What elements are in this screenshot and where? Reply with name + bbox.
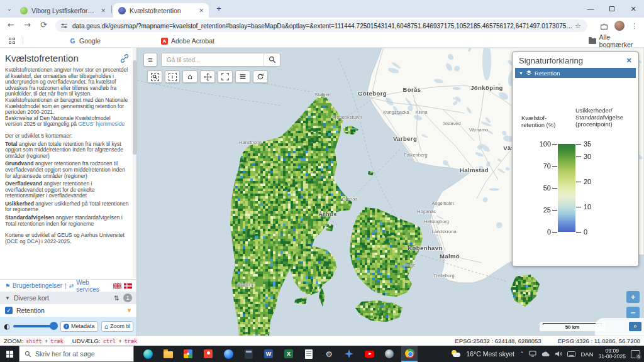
legend-layer-row[interactable]: ▼ Retention (515, 68, 636, 78)
slider-thumb[interactable] (50, 322, 58, 330)
bookmark-adobe-acrobat[interactable]: A Adobe Acrobat (161, 36, 214, 46)
map-theme-description: Total angiver den totale retention fra m… (5, 141, 129, 160)
language-indicator[interactable]: DAN (580, 351, 593, 358)
taskbar-search-box[interactable]: Skriv her for at søge (19, 346, 134, 362)
extensions-icon[interactable] (600, 22, 608, 30)
layer-group-header[interactable]: ▼ Diverse kort ⇅ 1 (0, 292, 137, 304)
reload-icon[interactable]: ⟳ (40, 20, 47, 30)
notification-count-badge: 6 (636, 354, 641, 359)
bookmark-star-icon[interactable]: ☆ (575, 22, 582, 30)
browser-tab-inactive[interactable]: Viborg Lystfiskerforening ✕ (15, 3, 111, 18)
geusmap-app: Kvælstofretention Kvælstofretentionen an… (0, 48, 644, 336)
system-tray: 16°C Mest skyet ⌃ DAN 09:09 31-08-2025 6 (451, 346, 644, 362)
all-bookmarks-label: Alle bogmærker (599, 33, 644, 48)
weather-text[interactable]: 16°C Mest skyet (466, 350, 514, 358)
sort-icon[interactable]: ⇅ (114, 294, 119, 302)
menu-toggle-button[interactable]: ≡ (143, 53, 157, 67)
legend-tick-mark (576, 144, 581, 145)
uk-flag-icon[interactable] (113, 283, 121, 289)
pan-tool-button[interactable] (200, 70, 215, 83)
minimize-button[interactable]: — (580, 0, 601, 18)
map-viewport[interactable]: SkagenFrederikshavnHanstholmGöteborgBorå… (137, 48, 644, 336)
taskbar-notepad-icon[interactable] (301, 346, 317, 362)
legend-tick-mark (576, 207, 581, 207)
terms-link[interactable]: Brugerbetingelser (13, 282, 62, 289)
legend-close-icon[interactable]: ✕ (626, 57, 632, 65)
google-favicon: G (69, 38, 76, 45)
apps-grid-icon[interactable] (9, 38, 15, 44)
tray-volume-icon[interactable] (555, 351, 562, 357)
legend-tick-mark (552, 166, 557, 167)
taskbar-google-earth-icon[interactable] (220, 346, 236, 362)
opacity-slider[interactable] (13, 325, 54, 327)
fullscreen-button[interactable] (218, 70, 233, 83)
permalink-icon[interactable] (120, 54, 129, 63)
layer-list-button[interactable] (235, 70, 250, 83)
tab-close-icon[interactable]: ✕ (101, 8, 106, 14)
taskbar-globe-app-icon[interactable] (381, 346, 397, 362)
browser-tab-active[interactable]: Kvælstofretention ✕ (113, 3, 209, 18)
layer-checkbox[interactable]: ✓ (5, 307, 13, 314)
web-services-link[interactable]: Web services (76, 279, 108, 293)
attribution-expand-button[interactable]: » (629, 322, 641, 331)
taskbar-youtube-icon[interactable] (361, 346, 377, 362)
tab-divider (111, 6, 112, 13)
bookmark-google[interactable]: G Google (69, 36, 101, 46)
browser-address-bar: ← → ⟳ data.geus.dk/geusmap/?mapname=kvae… (0, 18, 644, 34)
map-zoom-in-button[interactable]: + (626, 291, 640, 303)
start-button[interactable] (0, 346, 19, 362)
tray-keyboard-icon[interactable] (567, 351, 575, 357)
map-zoom-out-button[interactable]: − (626, 307, 640, 319)
identify-tool-button[interactable]: i (165, 70, 180, 83)
taskbar-word-icon[interactable]: W (260, 346, 277, 362)
taskbar-maps-pin-icon[interactable] (200, 346, 216, 362)
notification-center-icon[interactable]: 6 (631, 350, 640, 358)
layer-label: Retention (16, 307, 45, 314)
tray-expand-chevron-icon[interactable]: ⌃ (519, 351, 525, 357)
taskbar-chrome-icon-active[interactable] (401, 346, 418, 362)
denmark-flag-icon[interactable] (124, 283, 132, 289)
metadata-button[interactable]: i Metadata (60, 321, 98, 332)
taskbar-settings-icon[interactable]: ⚙ (321, 346, 337, 362)
taskbar-copilot-icon[interactable] (341, 346, 357, 362)
geus-homepage-link[interactable]: GEUS' hjemmeside (78, 121, 125, 127)
layer-expand-chevron-icon[interactable]: ▼ (126, 307, 132, 314)
map-search-box[interactable]: Gå til sted... (161, 53, 280, 67)
refresh-button[interactable] (253, 70, 268, 83)
taskbar-google-maps-icon[interactable] (180, 346, 196, 362)
zoom-to-button[interactable]: ⌂ Zoom til (101, 321, 133, 332)
forward-icon[interactable]: → (24, 20, 31, 30)
profile-avatar[interactable] (614, 21, 625, 31)
url-omnibox[interactable]: data.geus.dk/geusmap/?mapname=kvaelstof_… (55, 19, 587, 32)
epsg-coordinates-wgs84: EPSG:4326 : 11.0286, 56.7200 (558, 337, 640, 344)
maximize-button[interactable] (601, 0, 623, 18)
swap-arrows-icon: ⇄ (69, 283, 74, 289)
back-icon[interactable]: ← (8, 20, 14, 30)
tab-search-icon[interactable]: ⌄ (5, 4, 14, 13)
site-settings-icon[interactable] (60, 22, 68, 30)
close-button[interactable]: ✕ (623, 0, 644, 18)
tray-display-icon[interactable] (529, 351, 536, 357)
all-bookmarks-button[interactable]: Alle bogmærker (589, 36, 644, 46)
taskbar-clock[interactable]: 09:09 31-08-2025 (599, 348, 626, 360)
browser-menu-icon[interactable]: ⋮ (631, 22, 638, 30)
key-hint: ctrl (102, 338, 117, 344)
home-extent-button[interactable]: ⌂ (182, 70, 197, 83)
tab-close-icon[interactable]: ✕ (199, 8, 204, 14)
new-tab-button[interactable]: + (214, 4, 224, 14)
sidebar-scrollbar-thumb[interactable] (133, 60, 136, 155)
zoom-box-tool-button[interactable] (147, 70, 162, 83)
tray-onedrive-cloud-icon[interactable] (541, 351, 550, 357)
taskbar-file-explorer-icon[interactable] (160, 346, 176, 362)
plus-sign: + (118, 337, 122, 344)
map-search-button[interactable] (264, 53, 280, 66)
layer-row-retention[interactable]: ✓ Retention ▼ (0, 304, 137, 317)
legend-tick-label: 70 (534, 162, 551, 170)
weather-icon[interactable] (451, 349, 461, 358)
taskbar-excel-icon[interactable]: X (280, 346, 297, 362)
taskbar-calculator-icon[interactable] (240, 346, 257, 362)
description-paragraph: Kvælstofretentionen angiver hvor stor en… (5, 67, 129, 97)
taskbar-edge-icon[interactable] (140, 346, 156, 362)
bookmark-label: Google (79, 37, 101, 45)
tab-title: Kvælstofretention (130, 7, 195, 14)
